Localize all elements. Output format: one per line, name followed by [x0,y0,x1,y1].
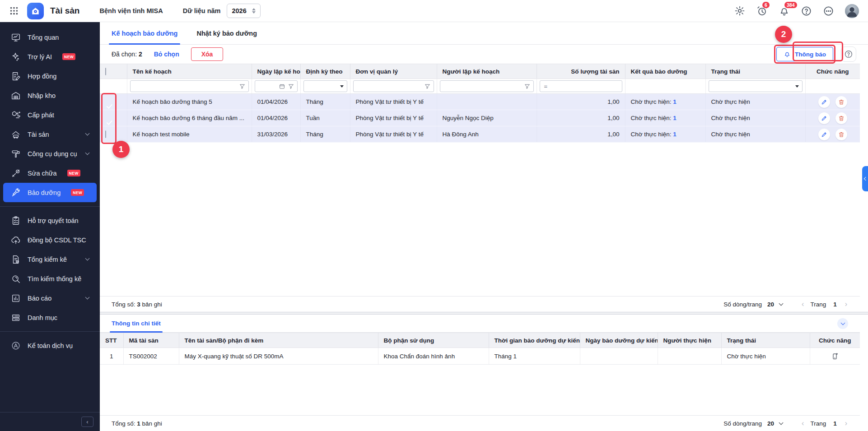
cell-result: Chờ thực hiện: 1 [625,110,705,126]
cell-result: Chờ thực hiện: 1 [625,94,705,110]
pagination: Số dòng/trang 20 ‹ Trang 1 › [723,419,848,427]
bell-icon [784,51,791,58]
plan-row[interactable]: Kế hoạch bảo dưỡng tháng 5 01/04/2026 Th… [100,94,860,110]
sidebar-item-bao-duong[interactable]: Bảo dưỡng NEW [3,183,97,202]
year-up-icon[interactable] [252,8,256,10]
filter-funnel-icon [239,83,245,89]
sidebar-item-bao-cao[interactable]: Báo cáo [0,288,100,308]
delete-button[interactable]: Xóa [191,47,224,61]
notifications-badge: 384 [784,2,797,9]
notify-button[interactable]: Thông báo [776,47,833,61]
cell-maintenance-date [580,348,658,365]
detail-collapse-button[interactable] [837,318,848,329]
sidebar-item-tong-kiem-ke[interactable]: Tổng kiểm kê [0,250,100,269]
sidebar-item-label: Tài sản [28,131,49,138]
filter-name-input[interactable] [130,80,249,92]
sidebar-item-sua-chua[interactable]: Sửa chữa NEW [0,163,100,183]
delete-row-button[interactable] [835,112,847,124]
plan-row[interactable]: Kế hoạch test mobile 31/03/2026 Tháng Ph… [100,126,860,143]
filter-funnel-icon [288,83,294,89]
chevron-down-icon [85,256,90,261]
app-launcher-icon[interactable] [9,6,19,16]
page-number[interactable]: 1 [831,420,839,427]
detail-header-row: STT Mã tài sản Tên tài sản/Bộ phận đi kè… [100,333,860,348]
filter-unit-input[interactable] [353,80,434,92]
plan-row[interactable]: Kế hoạch bảo dưỡng 6 tháng đầu năm ... 0… [100,110,860,126]
tab-nhat-ky-bao-duong[interactable]: Nhật ký bảo dưỡng [196,22,257,44]
sidebar-item-label: Tổng quan [28,34,59,41]
pencil-icon [821,115,827,121]
sidebar-item-tim-kiem-thong-ke[interactable]: Tìm kiếm thống kê [0,269,100,288]
col-nguoi-thuc-hien: Người thực hiện [658,333,721,348]
sidebar-item-tong-quan[interactable]: Tổng quan [0,28,100,47]
user-avatar[interactable] [845,4,859,18]
page-number[interactable]: 1 [831,301,839,308]
notifications-bell-icon[interactable]: 384 [779,5,790,17]
result-label: Chờ thực hiện: [631,115,672,121]
add-log-button[interactable] [829,350,841,362]
sidebar-item-nhap-kho[interactable]: Nhập kho [0,86,100,105]
cell-creator: Nguyễn Ngọc Diệp [437,110,537,126]
sidebar-item-tai-san[interactable]: Tài sản [0,125,100,144]
sidebar-item-dong-bo-csdl-tsc[interactable]: Đồng bộ CSDL TSC [0,230,100,250]
plan-table: Tên kế hoạch Ngày lập kế hoạch Định kỳ t… [100,64,860,143]
edit-button[interactable] [818,129,830,140]
next-page-button[interactable]: › [844,419,848,427]
filter-date-input[interactable] [255,80,298,92]
cell-creator: Hà Đông Anh [437,126,537,143]
filter-qty-input[interactable]: = [540,80,622,92]
cell-status: Chờ thực hiện [705,110,805,126]
deselect-button[interactable]: Bỏ chọn [154,51,179,58]
settlement-icon [11,216,21,226]
result-count: 1 [673,131,677,138]
sidebar-item-danh-muc[interactable]: Danh mục [0,308,100,327]
cell-plan-name: Kế hoạch test mobile [127,126,252,143]
next-page-button[interactable]: › [844,300,848,308]
equals-operator[interactable]: = [543,83,550,90]
year-down-icon[interactable] [252,11,256,14]
filter-creator-input[interactable] [440,80,534,92]
grid-help-button[interactable] [841,46,856,62]
service-accounting-icon [11,341,21,351]
sidebar-item-cap-phat[interactable]: Cấp phát [0,105,100,125]
right-drawer-handle[interactable] [862,166,868,191]
sidebar-collapse-button[interactable]: ‹ [81,417,93,427]
edit-button[interactable] [818,112,830,124]
trash-icon [838,99,845,105]
sidebar-item-tro-ly-ai[interactable]: Trợ lý AI NEW [0,47,100,66]
col-trang-thai: Trạng thái [721,333,810,348]
detail-row[interactable]: 1 TS002002 Máy X-quang kỹ thuật số DR 50… [100,348,860,365]
delete-row-button[interactable] [835,129,847,140]
per-page-caret-icon[interactable] [779,420,784,425]
sidebar-divider [0,331,100,332]
row-checkbox[interactable] [105,130,106,138]
tab-ke-hoach-bao-duong[interactable]: Kế hoạch bảo dưỡng [112,22,177,44]
more-options-icon[interactable] [823,5,834,17]
history-clock-icon[interactable]: 6 [756,5,768,17]
prev-page-button[interactable]: ‹ [801,419,805,427]
prev-page-button[interactable]: ‹ [801,300,805,308]
col-stt: STT [100,333,123,348]
settings-gear-icon[interactable] [734,5,746,17]
filter-status-select[interactable] [709,80,803,92]
sidebar-item-hop-dong[interactable]: Hợp đồng [0,66,100,86]
sidebar-item-ke-toan-dich-vu[interactable]: Kế toán dịch vụ [0,336,100,355]
per-page-value[interactable]: 20 [767,301,774,308]
year-stepper[interactable] [252,8,256,14]
per-page-caret-icon[interactable] [779,301,784,306]
sidebar-item-label: Công cụ dụng cụ [28,150,77,158]
tab-thong-tin-chi-tiet[interactable]: Thông tin chi tiết [112,315,161,332]
delete-row-button[interactable] [835,96,847,108]
sidebar-item-cong-cu-dung-cu[interactable]: Công cụ dụng cụ [0,144,100,163]
help-icon[interactable] [801,5,812,17]
chevron-down-icon [85,151,90,155]
col-so-luong: Số lượng tài sản [537,64,625,79]
year-selector[interactable]: 2026 [227,4,260,18]
total-records: Tổng số: 3 bản ghi [112,301,162,308]
sidebar-item-ho-tro-quyet-toan[interactable]: Hỗ trợ quyết toán [0,211,100,230]
select-all-checkbox[interactable] [105,68,106,75]
edit-button[interactable] [818,96,830,108]
filter-period-select[interactable] [303,80,347,92]
per-page-value[interactable]: 20 [767,420,774,427]
device-plus-icon [831,352,839,360]
